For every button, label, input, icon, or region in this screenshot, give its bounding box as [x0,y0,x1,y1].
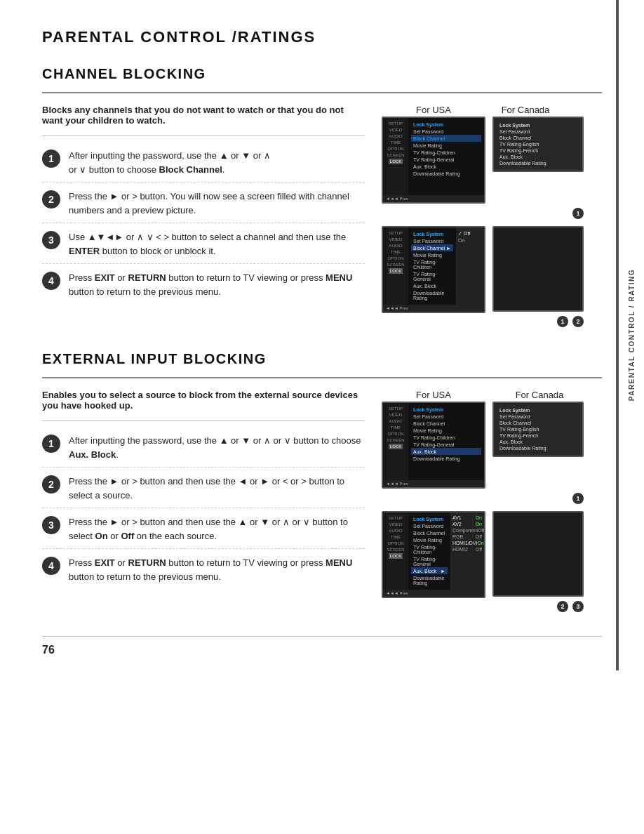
page-title: PARENTAL CONTROL /RATINGS [42,28,602,46]
canada-tv-french: TV Rating-French [499,147,577,154]
channel-badges-2: 1 2 [382,316,585,327]
channel-blocking-intro: Blocks any channels that you do not want… [42,105,365,126]
ext-badge-2: 2 [557,601,568,612]
ext-step-row-2: 2 Press the ► or > button and then use t… [42,468,365,508]
ext-canada-label: For Canada [494,390,585,400]
ext-badges-1: 1 [382,493,585,504]
step-row-3: 3 Use ▲▼◄► or ∧ ∨ < > button to select a… [42,223,365,264]
menu-movie-rating-1: Movie Rating [411,142,481,149]
ext-usa-screen-2: SETUP VIDEO AUDIO TIME OPTION SCREEN LOC… [382,511,485,598]
page-container: PARENTAL CONTROL /RATINGS CHANNEL BLOCKI… [0,0,644,670]
step-num-2: 2 [42,190,60,208]
ext-step-num-2: 2 [42,475,60,494]
external-input-blocking-section: EXTERNAL INPUT BLOCKING Enables you to s… [42,351,602,615]
canada-block-channel: Block Channel [499,135,577,141]
menu-set-password-1: Set Password [411,128,481,135]
ext-screens-pair-1: SETUP VIDEO AUDIO TIME OPTION SCREEN LOC… [382,402,602,489]
ext-canada-screen-2-empty [492,511,584,597]
ext-step-text-3: Press the ► or > button and then use the… [69,515,365,543]
sidebar-video: VIDEO [389,127,403,133]
badge-1-2-channel: 1 [557,316,568,327]
menu-lock-system-1: Lock System [411,121,481,128]
channel-blocking-left: Blocks any channels that you do not want… [42,105,365,330]
ext-badge-3: 3 [572,601,584,612]
ext-screen-labels: For USA For Canada [382,390,602,400]
ext-step-row-1: 1 After inputting the password, use the … [42,427,365,468]
sidebar-lock-active: LOCK [389,159,403,164]
page-sidebar: PARENTAL CONTROL / RATING [616,0,644,670]
channel-blocking-section: CHANNEL BLOCKING Blocks any channels tha… [42,66,602,330]
ext-screens-pair-2: SETUP VIDEO AUDIO TIME OPTION SCREEN LOC… [382,511,602,598]
step-row-4: 4 Press EXIT or RETURN button to return … [42,264,365,304]
menu-block-channel-1: Block Channel [411,135,481,142]
step-text-2: Press the ► or > button. You will now se… [69,190,365,217]
sidebar-time: TIME [391,140,401,145]
ext-step-row-4: 4 Press EXIT or RETURN button to return … [42,549,365,589]
sidebar-screen: SCREEN [387,152,404,158]
step-num-1: 1 [42,150,60,168]
ext-screen2-bottom: ◄◄◄ Prev [383,590,484,597]
ext-step-num-3: 3 [42,516,60,534]
canada-label-1: For Canada [494,105,557,115]
channel-usa-screen-1: SETUP VIDEO AUDIO TIME OPTION SCREEN LOC… [382,117,485,204]
ext-step-text-1: After inputting the password, use the ▲ … [69,434,365,461]
ext-screen1-bottom: ◄◄◄ Prev [383,480,484,487]
step-num-4: 4 [42,272,60,290]
ext-canada-screen-1: Lock System Set Password Block Channel T… [492,402,584,457]
channel-blocking-right: For USA For Canada SETUP VIDEO AUDIO [382,105,602,330]
ext-badge-1: 1 [572,493,584,504]
canada-downloadable: Downloadable Rating [499,160,577,166]
ext-step-text-2: Press the ► or > button and then use the… [69,475,365,502]
channel-screens-pair-1: SETUP VIDEO AUDIO TIME OPTION SCREEN LOC… [382,117,602,204]
screen2-bottom: ◄◄◄ Prev [383,305,484,312]
canada-aux-block: Aux. Block [499,154,577,160]
menu-tv-children-1: TV Rating-Children [411,149,481,156]
step-row-1: 1 After inputting the password, use the … [42,142,365,183]
external-blocking-right: For USA For Canada SETUP VIDEO AUDIO TIM… [382,390,602,615]
page-number: 76 [42,644,55,656]
ext-usa-screen-1: SETUP VIDEO AUDIO TIME OPTION SCREEN LOC… [382,402,485,489]
screen1-bottom: ◄◄◄ Prev [383,195,484,202]
menu-aux-block-1: Aux. Block [411,163,481,170]
canada-tv-english: TV Rating-English [499,141,577,147]
badge-2-2-channel: 2 [572,316,584,327]
sidebar-audio: AUDIO [389,133,402,139]
canada-lock-system: Lock System [499,122,577,128]
prev-label-1: ◄◄◄ Prev [386,197,408,201]
channel-screens-pair-2: SETUP VIDEO AUDIO TIME OPTION SCREEN LOC… [382,226,602,313]
channel-blocking-title: CHANNEL BLOCKING [42,66,602,82]
ext-step-num-4: 4 [42,557,60,575]
external-blocking-layout: Enables you to select a source to block … [42,390,602,615]
channel-canada-screen-1: Lock System Set Password Block Channel T… [492,117,584,172]
menu-tv-general-1: TV Rating-General [411,156,481,163]
channel-screen-labels: For USA For Canada [382,105,602,115]
ext-step-row-3: 3 Press the ► or > button and then use t… [42,508,365,549]
step-row-2: 2 Press the ► or > button. You will now … [42,183,365,223]
external-blocking-title: EXTERNAL INPUT BLOCKING [42,351,602,367]
external-blocking-intro: Enables you to select a source to block … [42,390,365,411]
channel-blocking-layout: Blocks any channels that you do not want… [42,105,602,330]
step-text-1: After inputting the password, use the ▲ … [69,149,271,176]
menu-downloadable-1: Downloadable Rating [411,170,481,177]
step-text-4: Press EXIT or RETURN button to return to… [69,271,365,298]
bottom-divider [42,636,602,637]
channel-badges-1: 1 [382,208,585,219]
ext-step-text-4: Press EXIT or RETURN button to return to… [69,556,365,583]
sidebar-option: OPTION [387,146,403,152]
step-text-3: Use ▲▼◄► or ∧ ∨ < > button to select a c… [69,230,365,258]
intro-divider-2 [42,421,365,421]
step-num-3: 3 [42,231,60,249]
sidebar-label: PARENTAL CONTROL / RATING [628,269,636,401]
ext-usa-label: For USA [382,390,485,400]
usa-label-1: For USA [382,105,485,115]
badge-1-channel: 1 [572,208,584,219]
ext-badges-2: 2 3 [382,601,585,612]
channel-usa-screen-2: SETUP VIDEO AUDIO TIME OPTION SCREEN LOC… [382,226,485,313]
section-divider [42,92,602,93]
ext-step-num-1: 1 [42,435,60,453]
external-blocking-left: Enables you to select a source to block … [42,390,365,615]
intro-divider [42,135,365,136]
canada-set-password: Set Password [499,128,577,135]
sidebar-setup: SETUP [389,121,403,126]
section-divider-2 [42,377,602,378]
